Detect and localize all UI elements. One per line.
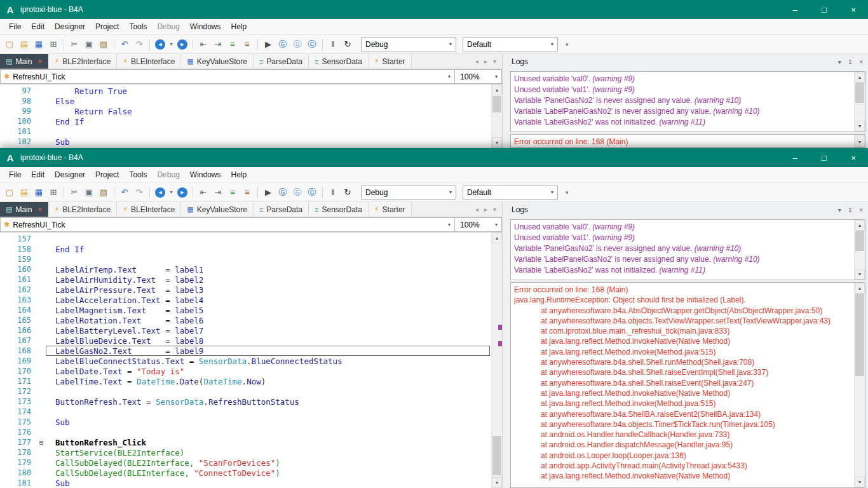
- cut-button[interactable]: ✂: [67, 186, 81, 200]
- scroll-up-button[interactable]: ▲: [855, 220, 865, 231]
- menu-edit[interactable]: Edit: [26, 170, 50, 179]
- save-button[interactable]: ▦: [32, 37, 46, 51]
- code-line[interactable]: 98 Else: [0, 96, 491, 106]
- code-line[interactable]: 172: [0, 386, 491, 396]
- warning-line[interactable]: Variable 'LabelPanelGasNo2' is never ass…: [514, 254, 853, 265]
- minimize-button[interactable]: –: [780, 148, 810, 167]
- chevron-down-icon[interactable]: ▾: [838, 58, 841, 65]
- save-all-button[interactable]: ⊞: [46, 186, 60, 200]
- code-line[interactable]: 175 Sub: [0, 417, 491, 427]
- code-line[interactable]: 169 LabelBlueConnectStatus.Text = Sensor…: [0, 356, 491, 366]
- new-button[interactable]: ▢: [3, 37, 17, 51]
- error-line[interactable]: at anywheresoftware.b4a.shell.Shell.rais…: [514, 367, 853, 377]
- warning-line[interactable]: Unused variable 'val0'. (warning #9): [514, 222, 853, 233]
- compile-obfuscated-button[interactable]: ⓒ: [305, 186, 319, 200]
- error-line[interactable]: Error occurred on line: 168 (Main): [514, 137, 853, 147]
- tab-parsedata[interactable]: ≡ParseData: [254, 202, 309, 217]
- menu-tools[interactable]: Tools: [124, 170, 152, 179]
- menu-help[interactable]: Help: [226, 22, 252, 31]
- code-line[interactable]: 178 StartService(BLE2Interface): [0, 447, 491, 458]
- tab-bleinterface[interactable]: ⚡BLEInterface: [117, 202, 181, 217]
- conditional-symbols-select[interactable]: Default ▾: [463, 37, 558, 51]
- warning-line[interactable]: Variable 'LabelGasNo2' was not initializ…: [514, 265, 853, 276]
- maximize-button[interactable]: □: [810, 148, 839, 167]
- back-button[interactable]: ◀: [155, 187, 165, 198]
- editor-scrollbar[interactable]: ▲ ▼: [491, 233, 502, 488]
- menu-windows[interactable]: Windows: [185, 22, 226, 31]
- scroll-up-button[interactable]: ▲: [855, 72, 865, 83]
- tab-list-dropdown[interactable]: ▾: [493, 58, 496, 65]
- back-history-dropdown[interactable]: ▾: [168, 186, 175, 200]
- tab-bleinterface[interactable]: ⚡BLEInterface: [117, 54, 181, 69]
- code-line[interactable]: 162 LabelAirPressure.Text = label3: [0, 285, 491, 295]
- scroll-down-button[interactable]: ▼: [855, 269, 865, 280]
- code-line[interactable]: 164 LabelMagnetism.Text = label5: [0, 305, 491, 315]
- tab-close-icon[interactable]: ×: [37, 205, 42, 214]
- compile-release-button[interactable]: Ⓖ: [290, 37, 304, 51]
- code-line[interactable]: 179 CallSubDelayed(BLE2Interface, "ScanF…: [0, 458, 491, 468]
- compile-obfuscated-button[interactable]: ⓒ: [305, 37, 319, 51]
- forward-button[interactable]: ▶: [177, 39, 187, 50]
- error-line[interactable]: at java.lang.reflect.Method.invokeNative…: [514, 471, 853, 481]
- code-line[interactable]: 181 Sub: [0, 478, 491, 488]
- tab-main[interactable]: ▤Main×: [0, 202, 48, 217]
- error-line[interactable]: at android.os.Handler.dispatchMessage(Ha…: [514, 440, 853, 450]
- new-button[interactable]: ▢: [3, 186, 17, 200]
- code-line[interactable]: 170 LabelDate.Text = "Today is": [0, 366, 491, 376]
- indent-button[interactable]: ⇥: [211, 37, 225, 51]
- scrollbar-thumb[interactable]: [855, 294, 864, 376]
- warning-line[interactable]: Unused variable 'val0'. (warning #9): [514, 74, 853, 85]
- maximize-button[interactable]: □: [810, 0, 839, 19]
- build-configuration-select[interactable]: Debug ▾: [361, 186, 456, 200]
- error-line[interactable]: at anywheresoftware.b4a.ShellBA.raiseEve…: [514, 409, 853, 419]
- error-line[interactable]: at java.lang.reflect.Method.invoke(Metho…: [514, 398, 853, 409]
- warning-line[interactable]: Variable 'PanelGasNo2' is never assigned…: [514, 243, 853, 254]
- menu-debug[interactable]: Debug: [152, 170, 184, 179]
- build-configuration-select[interactable]: Debug ▾: [361, 37, 456, 51]
- error-line[interactable]: at anywheresoftware.b4a.shell.Shell.runM…: [514, 357, 853, 367]
- tab-scroll-left-button[interactable]: ◂: [475, 58, 478, 65]
- error-line[interactable]: at android.app.ActivityThread.main(Activ…: [514, 461, 853, 471]
- tab-starter[interactable]: ⚡Starter: [369, 54, 412, 69]
- warning-line[interactable]: Variable 'PanelGasNo2' is never assigned…: [514, 95, 853, 106]
- stop-button[interactable]: ‖: [326, 186, 340, 200]
- copy-button[interactable]: ▣: [82, 37, 96, 51]
- menu-debug[interactable]: Debug: [152, 22, 184, 31]
- tab-keyvaluestore[interactable]: ▦KeyValueStore: [181, 54, 254, 69]
- comment-button[interactable]: ≡: [226, 186, 240, 200]
- error-line[interactable]: java.lang.RuntimeException: Object shoul…: [514, 295, 853, 305]
- tab-sensordata[interactable]: ≡SensorData: [309, 202, 369, 217]
- scroll-down-button[interactable]: ▼: [855, 121, 865, 132]
- pin-icon[interactable]: ↧: [848, 58, 853, 65]
- clean-project-button[interactable]: ↻: [341, 37, 355, 51]
- code-line[interactable]: 171 LabelTime.Text = DateTime.Date(DateT…: [0, 376, 491, 386]
- menu-project[interactable]: Project: [90, 22, 124, 31]
- code-line[interactable]: 177⊟ ButtonRefresh_Click: [0, 437, 491, 447]
- menu-project[interactable]: Project: [90, 170, 124, 179]
- back-history-dropdown[interactable]: ▾: [168, 37, 175, 51]
- error-line[interactable]: at android.os.Handler.handleCallback(Han…: [514, 430, 853, 440]
- code-line[interactable]: 99 Return False: [0, 106, 491, 116]
- error-line[interactable]: at com.iprotoxi.blue.main._refreshui_tic…: [514, 326, 853, 336]
- tab-keyvaluestore[interactable]: ▦KeyValueStore: [181, 202, 254, 217]
- sub-selector[interactable]: ✱ RefreshUI_Tick ▾: [0, 217, 455, 232]
- code-line[interactable]: 168 LabelGasNo2.Text = label9: [0, 346, 491, 356]
- fold-collapse-icon[interactable]: ⊟: [37, 439, 46, 446]
- error-line[interactable]: at java.lang.reflect.Method.invokeNative…: [514, 388, 853, 398]
- scrollbar-thumb[interactable]: [492, 96, 501, 112]
- conditional-symbols-select[interactable]: Default ▾: [463, 186, 558, 200]
- error-line[interactable]: at android.os.Looper.loop(Looper.java:13…: [514, 451, 853, 461]
- menu-file[interactable]: File: [4, 170, 26, 179]
- error-line[interactable]: Error occurred on line: 168 (Main): [514, 285, 853, 295]
- scroll-down-button[interactable]: ▼: [855, 477, 865, 487]
- tab-scroll-left-button[interactable]: ◂: [475, 206, 478, 213]
- open-button[interactable]: ▤: [17, 186, 31, 200]
- close-icon[interactable]: ×: [859, 58, 863, 65]
- warning-line[interactable]: Variable 'LabelPanelGasNo2' is never ass…: [514, 106, 853, 117]
- code-line[interactable]: 174: [0, 407, 491, 417]
- code-editor[interactable]: 97 Return True98 Else99 Return False100 …: [0, 85, 502, 148]
- error-line[interactable]: at java.lang.reflect.Method.invokeNative…: [514, 336, 853, 346]
- tab-starter[interactable]: ⚡Starter: [369, 202, 412, 217]
- close-icon[interactable]: ×: [859, 207, 863, 214]
- copy-button[interactable]: ▣: [82, 186, 96, 200]
